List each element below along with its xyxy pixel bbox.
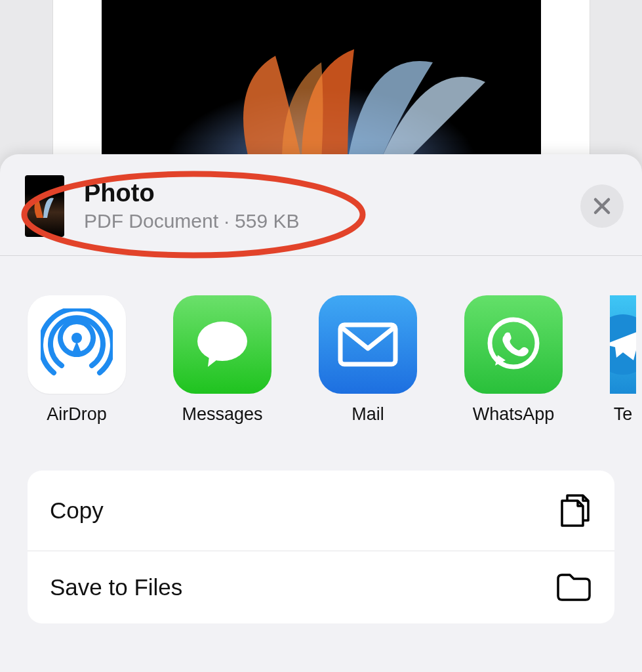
share-sheet: Photo PDF Document · 559 KB (0, 154, 642, 672)
close-button[interactable] (580, 184, 624, 228)
share-target-label: Mail (351, 404, 384, 425)
share-sheet-header: Photo PDF Document · 559 KB (0, 154, 642, 256)
close-icon (592, 196, 612, 216)
preview-frame (52, 0, 590, 154)
share-target-label: Messages (182, 404, 262, 425)
action-label: Copy (50, 497, 104, 524)
share-target-label: WhatsApp (473, 404, 555, 425)
preview-image (102, 0, 541, 154)
action-list: Copy Save to Files (28, 471, 614, 623)
folder-icon (555, 572, 592, 602)
svg-point-4 (197, 322, 247, 361)
share-target-label: Te (614, 404, 633, 425)
share-target-whatsapp[interactable]: WhatsApp (464, 295, 563, 425)
share-target-messages[interactable]: Messages (173, 295, 271, 425)
mail-icon (319, 295, 417, 394)
airdrop-icon (28, 295, 126, 394)
share-target-mail[interactable]: Mail (319, 295, 417, 425)
action-save-to-files[interactable]: Save to Files (28, 551, 614, 623)
action-copy[interactable]: Copy (28, 471, 614, 551)
share-target-airdrop[interactable]: AirDrop (28, 295, 126, 425)
messages-icon (173, 295, 271, 394)
document-meta: Photo PDF Document · 559 KB (84, 180, 580, 232)
fish-fin-graphic (151, 43, 492, 154)
share-target-telegram[interactable]: Te (610, 295, 636, 425)
background-preview (0, 0, 642, 154)
action-label: Save to Files (50, 574, 182, 600)
share-target-label: AirDrop (47, 404, 107, 425)
document-title: Photo (84, 180, 580, 207)
document-subtitle: PDF Document · 559 KB (84, 210, 580, 232)
share-targets-row[interactable]: AirDrop Messages Mail (0, 256, 642, 425)
telegram-icon (610, 295, 636, 394)
document-thumbnail (25, 175, 64, 237)
copy-icon (557, 492, 592, 530)
whatsapp-icon (464, 295, 563, 394)
